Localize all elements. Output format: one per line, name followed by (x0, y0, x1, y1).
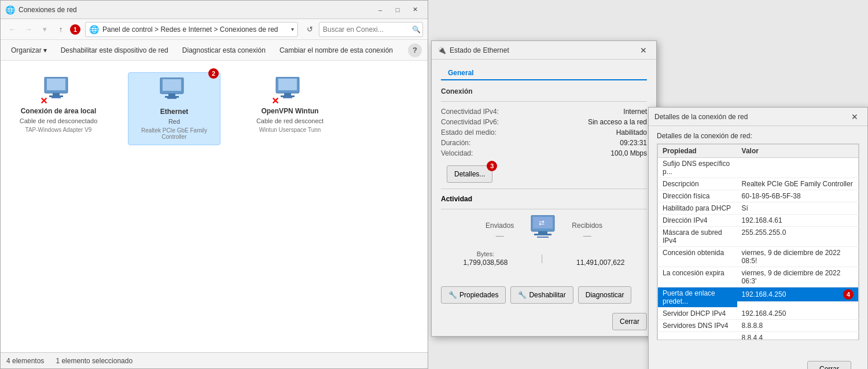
detalles-header-row: Propiedad Valor (658, 145, 859, 158)
up-button[interactable]: ↑ (54, 23, 68, 36)
detalles-val-cell: 255.255.255.0 (737, 227, 859, 247)
organize-dropdown-icon: ▾ (43, 46, 47, 54)
explorer-icon: 🌐 (5, 5, 15, 14)
address-icon: 🌐 (89, 25, 99, 34)
network-activity-icon: ⇄ (525, 215, 560, 246)
estado-close-button[interactable]: ✕ (637, 44, 650, 57)
detalles-row[interactable]: Sufijo DNS específico p... (658, 158, 859, 178)
diagnosticar-label: Diagnosticar (586, 291, 624, 299)
maximize-button[interactable]: □ (389, 3, 406, 16)
bytes-pipe: | (541, 253, 543, 264)
diagnosticar-button[interactable]: Diagnosticar (578, 286, 632, 304)
properties-icon: 🔧 (448, 291, 457, 299)
activity-content: Enviados — ⇄ (441, 215, 647, 246)
estado-cerrar-label: Cerrar (620, 318, 639, 326)
activity-separator (441, 189, 647, 189)
bytes-label-left: Bytes: (477, 250, 495, 257)
address-bar[interactable]: 🌐 Panel de control > Redes e Internet > … (85, 22, 298, 37)
detalles-row[interactable]: Máscara de subred IPv4255.255.255.0 (658, 227, 859, 247)
search-bar[interactable]: 🔍 (319, 22, 423, 37)
activity-section: Actividad Enviados — ⇄ (441, 195, 647, 267)
received-group: Recibidos — (572, 222, 602, 240)
svg-rect-12 (284, 93, 291, 95)
detalles-row[interactable]: Habilitado para DHCPSí (658, 202, 859, 215)
adapter-item-2[interactable]: ✕ OpenVPN Wintun Cable de red desconect … (244, 72, 336, 145)
nav-bar: ← → ▾ ↑ 1 🌐 Panel de control > Redes e I… (1, 19, 428, 40)
detalles-prop-cell: Puerta de enlace predet... (658, 287, 737, 308)
estado-cerrar-button[interactable]: Cerrar (612, 313, 647, 330)
detalles-row[interactable]: 8.8.4.4 (658, 332, 859, 341)
badge-3-container: 3 (487, 161, 497, 171)
properties-label: Propiedades (459, 291, 498, 299)
details-button[interactable]: Detalles... (447, 165, 492, 183)
search-input[interactable] (323, 25, 410, 34)
detalles-cerrar-button[interactable]: Cerrar (807, 361, 851, 369)
address-dropdown-icon[interactable]: ▾ (291, 26, 294, 32)
received-dash: — (583, 231, 591, 240)
svg-rect-6 (163, 79, 181, 91)
connection-header: Conexión (441, 87, 647, 95)
rename-button[interactable]: Cambiar el nombre de esta conexión (275, 44, 398, 57)
toolbar: Organizar ▾ Deshabilitar este dispositiv… (1, 40, 428, 61)
detalles-val-cell (737, 158, 859, 178)
estado-buttons: 🔧 Propiedades 🔧 Deshabilitar Diagnostica… (432, 282, 656, 311)
detalles-row[interactable]: Servidores DNS IPv48.8.8.8 (658, 320, 859, 332)
detalles-prop-cell: Concesión obtenida (658, 247, 737, 267)
svg-rect-7 (168, 94, 175, 96)
sent-group: Enviados — (486, 222, 514, 240)
detalles-val-cell: 8.8.4.4 (737, 332, 859, 341)
organize-button[interactable]: Organizar ▾ (6, 44, 52, 57)
detalles-close-x-button[interactable]: ✕ (848, 110, 862, 123)
general-tab[interactable]: General (441, 67, 481, 80)
red-x-2: ✕ (271, 97, 279, 106)
bytes-received-value: 11,491,007,622 (576, 259, 624, 267)
address-text: Panel de control > Redes e Internet > Co… (102, 25, 288, 34)
deshabilitar-label: Deshabilitar (529, 291, 565, 299)
recent-button[interactable]: ▾ (38, 23, 52, 36)
detalles-close-area: Cerrar (649, 354, 867, 369)
detalles-val-cell: Realtek PCIe GbE Family Controller (737, 178, 859, 190)
search-icon: 🔍 (412, 25, 421, 34)
refresh-button[interactable]: ↺ (303, 23, 317, 36)
medio-value: Habilitado (616, 128, 647, 136)
minimize-button[interactable]: – (372, 3, 388, 16)
ipv4-value: Internet (623, 108, 647, 116)
detalles-row[interactable]: Concesión obtenidaviernes, 9 de diciembr… (658, 247, 859, 267)
diagnose-label: Diagnosticar esta conexión (182, 46, 266, 54)
detalles-row[interactable]: DescripciónRealtek PCIe GbE Family Contr… (658, 178, 859, 190)
forward-button[interactable]: → (21, 23, 35, 36)
detalles-row[interactable]: Dirección física60-18-95-6B-5F-38 (658, 190, 859, 202)
deshabilitar-button[interactable]: 🔧 Deshabilitar (510, 286, 573, 304)
adapter-hw-1: Realtek PCIe GbE Family Controller (133, 127, 215, 140)
detalles-val-cell: viernes, 9 de diciembre de 2022 08:5! (737, 247, 859, 267)
detalles-prop-cell: Servidor DHCP IPv4 (658, 308, 737, 320)
detalles-row[interactable]: Puerta de enlace predet...192.168.4.2504 (658, 287, 859, 308)
duracion-label: Duración: (441, 139, 528, 147)
detalles-row[interactable]: Servidor DHCP IPv4192.168.4.250 (658, 308, 859, 320)
estado-title-text: 🔌 Estado de Ethernet (437, 46, 509, 54)
close-window-button[interactable]: ✕ (407, 3, 423, 16)
disable-device-button[interactable]: Deshabilitar este dispositivo de red (56, 44, 173, 57)
help-button[interactable]: ? (408, 43, 422, 57)
svg-text:⇄: ⇄ (539, 219, 545, 227)
received-label: Recibidos (572, 222, 602, 230)
status-bar: 4 elementos 1 elemento seleccionado (1, 352, 428, 368)
detalles-table-container[interactable]: Propiedad Valor Sufijo DNS específico p.… (657, 143, 859, 340)
estado-title-bar: 🔌 Estado de Ethernet ✕ (432, 41, 656, 60)
val-col-header: Valor (737, 145, 859, 158)
adapter-svg-1 (158, 78, 186, 101)
adapter-item-0[interactable]: ✕ Conexión de área local Cable de red de… (12, 72, 105, 145)
detalles-row[interactable]: La concesión expiraviernes, 9 de diciemb… (658, 267, 859, 287)
detalles-prop-cell: Máscara de subred IPv4 (658, 227, 737, 247)
back-button[interactable]: ← (5, 23, 19, 36)
velocidad-value: 100,0 Mbps (610, 149, 647, 157)
estado-body: General Conexión Conectividad IPv4: Inte… (432, 60, 656, 282)
ipv6-row: Conectividad IPv6: Sin acceso a la red (441, 118, 647, 126)
detalles-row[interactable]: Dirección IPv4192.168.4.61 (658, 215, 859, 227)
diagnose-button[interactable]: Diagnosticar esta conexión (178, 44, 270, 57)
detalles-prop-cell: La concesión expira (658, 267, 737, 287)
sent-label: Enviados (486, 222, 514, 230)
adapter-item-1[interactable]: 2 Ethernet Red Realtek PCIe GbE Family C… (128, 72, 220, 145)
properties-button[interactable]: 🔧 Propiedades (441, 286, 506, 304)
adapter-icon-2: ✕ (274, 77, 306, 105)
